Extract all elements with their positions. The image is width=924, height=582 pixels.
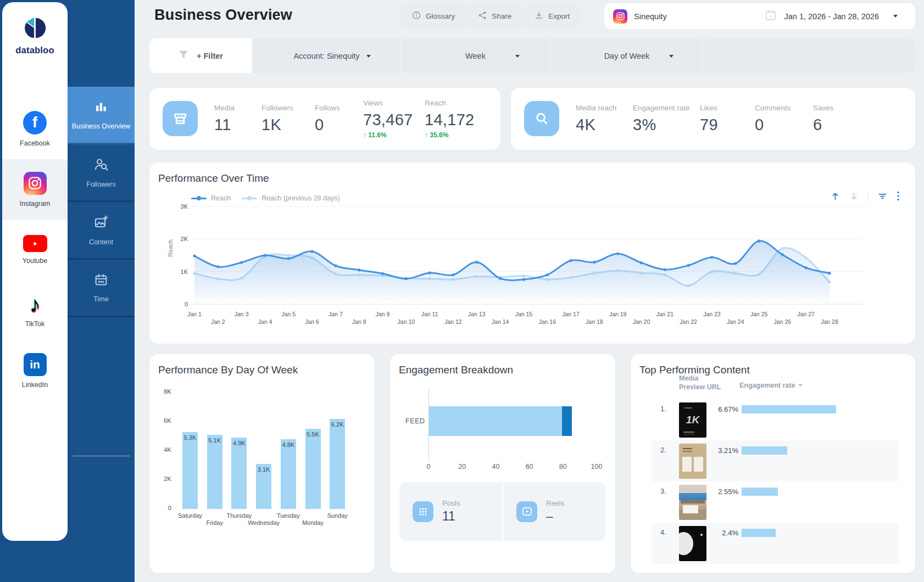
performance-over-time-chart[interactable]: 3K2K1K0Jan 1Jan 2Jan 3Jan 4Jan 5Jan 6Jan… [176, 199, 906, 336]
bar-sunday[interactable]: 6.2K [330, 419, 345, 509]
week-filter-dropdown[interactable]: Week [402, 38, 549, 73]
export-button[interactable]: Export [524, 3, 581, 29]
nav-item-label: Time [91, 295, 110, 304]
sidebar-platform-tiktok[interactable]: ♪TikTok [2, 280, 68, 340]
bar-monday[interactable]: 5.5K [305, 429, 321, 509]
content-icon [92, 214, 110, 233]
bar-saturday[interactable]: 5.3K [182, 432, 198, 509]
nav-item-label: Business Overview [70, 122, 132, 131]
x-tick-label: Wednesday [248, 519, 280, 526]
sidebar-item-followers[interactable]: Followers [68, 144, 135, 202]
databloo-logo-icon [23, 15, 48, 41]
youtube-icon [23, 235, 47, 252]
svg-text:Jan 15: Jan 15 [515, 311, 533, 317]
svg-text:Jan 13: Jan 13 [468, 311, 486, 317]
svg-text:Jan 12: Jan 12 [444, 318, 462, 325]
day-of-week-filter-dropdown[interactable]: Day of Week [550, 38, 703, 73]
svg-text:Jan 7: Jan 7 [329, 311, 343, 317]
time-icon [93, 272, 109, 290]
engagement-bar-chart[interactable] [429, 406, 572, 436]
engagement-rate-value: 3.21% [701, 446, 738, 455]
kpi-metric-followers: Followers1K [261, 104, 315, 134]
share-label: Share [492, 12, 511, 20]
kpi-metric-saves: Saves6 [813, 104, 834, 134]
svg-text:Jan 19: Jan 19 [609, 311, 627, 317]
summary-label: Reels [546, 499, 564, 507]
svg-text:1K: 1K [181, 268, 188, 275]
column-header-rate[interactable]: Engagement rate [739, 382, 803, 389]
svg-text:Jan 16: Jan 16 [538, 318, 556, 325]
brand: databloo [2, 15, 68, 55]
share-button[interactable]: Share [467, 3, 522, 29]
metric-label: Engagement rate [633, 104, 700, 112]
download-icon [535, 11, 543, 21]
top-content-table: 1.1K6.67%2.3.21%3.2.55%4.2.4% [631, 400, 915, 565]
svg-text:Jan 20: Jan 20 [633, 318, 650, 325]
sidebar-item-business-overview[interactable]: Business Overview [68, 87, 135, 144]
instagram-icon [613, 9, 627, 24]
bar-value-label: 4.8K [281, 441, 296, 448]
sidebar-platform-linkedin[interactable]: inLinkedIn [2, 340, 68, 401]
svg-text:Jan 14: Jan 14 [492, 318, 509, 325]
metric-value: 1K [261, 116, 315, 134]
chevron-down-icon [669, 55, 673, 58]
sidebar-platform-youtube[interactable]: Youtube [2, 220, 68, 280]
bar-tuesday[interactable]: 4.8K [281, 439, 296, 509]
bar-thursday[interactable]: 4.9K [231, 438, 247, 509]
linkedin-icon: in [24, 353, 47, 376]
svg-text:0: 0 [185, 301, 188, 307]
engagement-rate-bar [742, 405, 836, 413]
table-row[interactable]: 2.3.21% [631, 441, 915, 483]
platform-label: Instagram [20, 200, 51, 208]
account-filter-dropdown[interactable]: Account: Sinequity [253, 38, 400, 73]
engagement-rate-header-label: Engagement rate [739, 382, 795, 389]
svg-text:Jan 18: Jan 18 [586, 318, 603, 325]
kpi-metric-media-reach: Media reach4K [576, 104, 633, 134]
funnel-icon [178, 50, 189, 61]
svg-text:Jan 1: Jan 1 [187, 311, 202, 317]
summary-value: – [546, 509, 564, 524]
chevron-down-icon [515, 55, 520, 58]
svg-text:Jan 3: Jan 3 [235, 311, 249, 317]
glossary-button[interactable]: Glossary [401, 3, 466, 29]
svg-text:Jan 10: Jan 10 [398, 318, 415, 325]
bar-wednesday[interactable]: 3.1K [256, 464, 271, 509]
metric-label: Follows [315, 104, 363, 112]
account-date-bar[interactable]: Sinequity Jan 1, 2026 - Jan 28, 2026 [604, 3, 915, 29]
svg-text:Jan 17: Jan 17 [562, 311, 580, 317]
kpi-metrics: Media reach4KEngagement rate3%Likes79Com… [576, 88, 911, 150]
instagram-icon [24, 172, 47, 195]
svg-text:3K: 3K [181, 203, 188, 210]
row-rank: 4. [660, 528, 666, 536]
search-icon [524, 101, 559, 136]
card-title: Performance Over Time [158, 172, 269, 184]
summary-label: Posts [442, 499, 460, 507]
x-tick-label: Saturday [178, 512, 202, 519]
metric-label: Media [214, 104, 261, 112]
sidebar-platform-instagram[interactable]: Instagram [2, 159, 68, 220]
sidebar-item-content[interactable]: Content [68, 202, 135, 260]
summary-text: Reels– [546, 499, 564, 524]
summary-value: 11 [442, 509, 460, 524]
sort-caret-icon [798, 384, 803, 387]
bar-value-label: 4.9K [231, 440, 247, 446]
table-row[interactable]: 1.1K6.67% [631, 400, 915, 441]
sidebar-platform-facebook[interactable]: fFacebook [2, 99, 68, 159]
bar-friday[interactable]: 5.1K [207, 435, 222, 509]
table-row[interactable]: 3.2.55% [631, 483, 915, 524]
column-header-media: Media Preview URL [679, 374, 723, 392]
engagement-rate-bar [742, 529, 776, 537]
kpi-metric-views: Views73,467↑ 11.6% [363, 99, 425, 139]
metric-value: 0 [315, 116, 363, 134]
platform-list: fFacebookInstagramYoutube♪TikTokinLinked… [2, 99, 68, 401]
sidebar-item-time[interactable]: Time [68, 260, 135, 317]
x-tick-label: 0 [427, 463, 431, 471]
svg-text:Jan 6: Jan 6 [305, 318, 319, 325]
day-of-week-chart[interactable]: 5.3K5.1K4.9K3.1K4.8K5.5K6.2K [180, 393, 364, 509]
table-row[interactable]: 4.2.4% [631, 524, 915, 565]
row-rank: 1. [660, 405, 666, 413]
x-tick-label: Friday [206, 519, 223, 526]
metric-label: Views [363, 99, 425, 107]
x-tick-label: 20 [458, 463, 466, 471]
add-filter-button[interactable]: + Filter [149, 38, 252, 73]
